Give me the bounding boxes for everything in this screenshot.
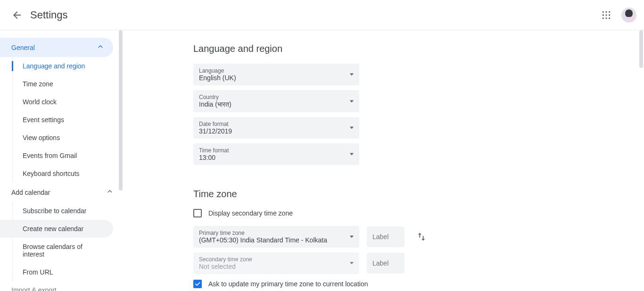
secondary-tz-label-input[interactable]	[367, 253, 405, 274]
sidebar-scrollbar[interactable]	[119, 30, 123, 191]
svg-point-8	[609, 17, 610, 19]
dropdown-value: Not selected	[199, 263, 236, 270]
caret-down-icon	[350, 262, 354, 265]
svg-point-4	[605, 14, 607, 16]
dropdown-value: (GMT+05:30) India Standard Time - Kolkat…	[199, 236, 327, 244]
general-subitems: Language and region Time zone World cloc…	[0, 57, 123, 183]
dropdown-value: India (भारत)	[199, 100, 231, 108]
language-dropdown[interactable]: Language English (UK)	[193, 64, 359, 85]
svg-point-5	[609, 14, 610, 16]
dropdown-label: Primary time zone	[199, 230, 354, 236]
dropdown-label: Date format	[199, 121, 354, 127]
caret-down-icon	[350, 100, 354, 102]
svg-point-7	[605, 17, 607, 19]
caret-down-icon	[350, 127, 354, 129]
sidebar-item-time-zone[interactable]: Time zone	[0, 75, 113, 93]
sidebar-item-language-and-region[interactable]: Language and region	[0, 57, 113, 75]
checkbox-checked[interactable]	[193, 280, 202, 288]
svg-point-1	[605, 11, 607, 12]
chevron-up-icon	[106, 187, 114, 197]
swap-timezones-button[interactable]	[412, 227, 431, 246]
google-apps-button[interactable]	[597, 6, 616, 25]
date-format-dropdown[interactable]: Date format 31/12/2019	[193, 117, 359, 139]
sidebar-item-event-settings[interactable]: Event settings	[0, 111, 113, 129]
sidebar: General Language and region Time zone Wo…	[0, 30, 123, 291]
sidebar-item-events-from-gmail[interactable]: Events from Gmail	[0, 147, 113, 165]
back-button[interactable]	[8, 6, 26, 25]
sidebar-item-browse-calendars-of-interest[interactable]: Browse calendars of interest	[0, 238, 113, 263]
checkbox-label: Ask to update my primary time zone to cu…	[208, 280, 368, 288]
chevron-up-icon	[96, 42, 105, 52]
sidebar-item-create-new-calendar[interactable]: Create new calendar	[0, 220, 113, 238]
sidebar-section-label: General	[11, 44, 35, 51]
primary-timezone-dropdown[interactable]: Primary time zone (GMT+05:30) India Stan…	[193, 226, 359, 248]
caret-down-icon	[350, 74, 354, 76]
header-actions	[597, 6, 636, 25]
ask-update-tz-checkbox-row[interactable]: Ask to update my primary time zone to cu…	[193, 280, 625, 288]
sidebar-item-view-options[interactable]: View options	[0, 129, 113, 147]
caret-down-icon	[350, 153, 354, 156]
sidebar-item-import-export[interactable]: Import & export	[0, 281, 123, 291]
dropdown-label: Country	[199, 94, 354, 100]
add-calendar-subitems: Subscribe to calendar Create new calenda…	[0, 202, 123, 281]
arrow-back-icon	[11, 9, 23, 21]
dropdown-label: Secondary time zone	[199, 256, 354, 263]
time-format-dropdown[interactable]: Time format 13:00	[193, 143, 359, 165]
section-title-language-region: Language and region	[193, 43, 625, 54]
svg-point-2	[609, 11, 610, 12]
sidebar-section-general[interactable]: General	[0, 38, 113, 57]
apps-grid-icon	[602, 10, 611, 20]
page-title: Settings	[30, 9, 68, 21]
svg-point-6	[603, 17, 604, 19]
primary-tz-label-input[interactable]	[367, 226, 405, 247]
dropdown-label: Language	[199, 67, 354, 74]
sidebar-item-subscribe-to-calendar[interactable]: Subscribe to calendar	[0, 202, 113, 220]
checkbox-unchecked[interactable]	[193, 209, 202, 217]
display-secondary-tz-checkbox-row[interactable]: Display secondary time zone	[193, 209, 625, 217]
main-scrollbar[interactable]	[639, 30, 643, 68]
svg-point-3	[603, 14, 604, 16]
dropdown-label: Time format	[199, 147, 354, 154]
checkbox-label: Display secondary time zone	[208, 209, 293, 217]
sidebar-item-keyboard-shortcuts[interactable]: Keyboard shortcuts	[0, 165, 113, 183]
dropdown-value: 31/12/2019	[199, 127, 232, 135]
caret-down-icon	[350, 236, 354, 238]
dropdown-value: English (UK)	[199, 74, 236, 82]
main-content: Language and region Language English (UK…	[123, 30, 644, 291]
header: Settings	[0, 0, 644, 30]
country-dropdown[interactable]: Country India (भारत)	[193, 90, 359, 112]
sidebar-section-add-calendar[interactable]: Add calendar	[0, 183, 123, 202]
sidebar-item-world-clock[interactable]: World clock	[0, 93, 113, 111]
account-avatar[interactable]	[621, 8, 636, 23]
sidebar-section-label: Add calendar	[11, 189, 50, 196]
dropdown-value: 13:00	[199, 154, 215, 161]
section-title-time-zone: Time zone	[193, 189, 625, 200]
secondary-timezone-dropdown[interactable]: Secondary time zone Not selected	[193, 252, 359, 274]
svg-point-0	[603, 11, 604, 12]
sidebar-item-from-url[interactable]: From URL	[0, 263, 113, 281]
swap-vert-icon	[416, 232, 427, 242]
